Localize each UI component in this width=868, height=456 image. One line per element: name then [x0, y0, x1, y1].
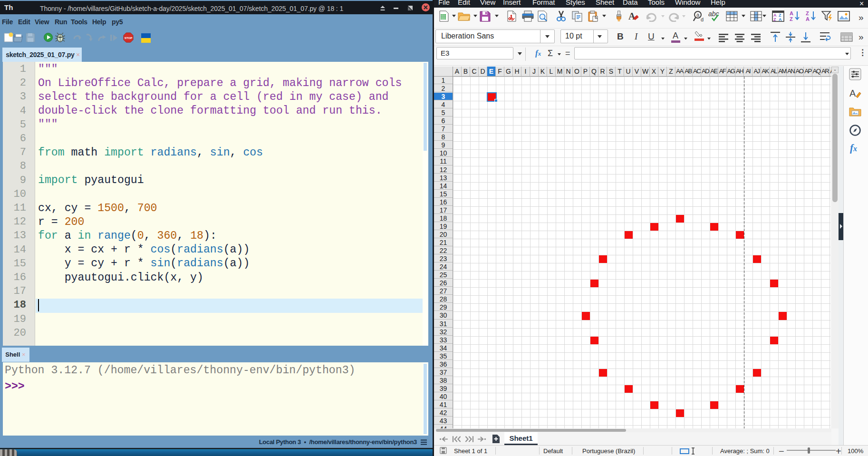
svg-text:Z: Z	[773, 17, 776, 22]
svg-text:Z: Z	[790, 16, 793, 22]
svg-text:A: A	[849, 88, 856, 98]
svg-text:A: A	[779, 17, 782, 22]
svg-text:STOP: STOP	[125, 36, 133, 39]
svg-text:A: A	[806, 16, 810, 22]
svg-text:Z: Z	[806, 10, 809, 16]
svg-text:a: a	[696, 12, 700, 18]
svg-text:d: d	[701, 17, 704, 22]
svg-text:A: A	[790, 10, 793, 16]
svg-text:A: A	[628, 11, 636, 21]
